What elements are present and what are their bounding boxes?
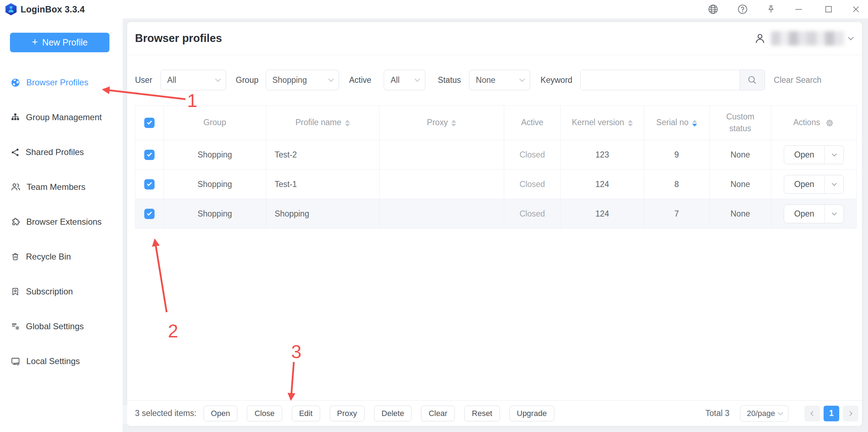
cell-group: Shopping [164,170,266,199]
cell-kernel-version: 124 [561,170,644,199]
row-checkbox[interactable] [144,209,155,219]
pin-icon[interactable] [764,4,778,15]
sidebar-item-local-settings[interactable]: Local Settings [0,348,123,374]
table-header-row: Group Profile name Proxy Active Kernel v… [135,106,857,140]
column-header-kernel-version[interactable]: Kernel version [561,106,644,140]
user-name-redacted [771,31,844,46]
open-split-button: Open [784,145,844,164]
sidebar-item-label: Local Settings [26,356,80,366]
search-icon [747,75,758,85]
column-header-group: Group [164,106,266,140]
chevron-down-icon [831,151,836,156]
keyword-input-group [580,70,765,90]
open-button[interactable]: Open [784,175,824,193]
cell-group: Shopping [164,140,266,170]
clear-search-link[interactable]: Clear Search [774,75,821,85]
sidebar-item-browser-profiles[interactable]: Browser Profiles [0,70,123,95]
sidebar-item-label: Browser Extensions [26,217,102,227]
prev-page-button[interactable] [804,406,820,421]
sort-icon [628,120,633,127]
new-profile-label: New Profile [42,37,88,48]
cell-active: Closed [504,170,561,199]
user-filter-label: User [135,75,152,85]
open-button[interactable]: Open [784,205,824,223]
language-globe-icon[interactable] [706,4,720,15]
sidebar-item-subscription[interactable]: Subscription [0,279,123,304]
cell-serial-no: 7 [644,199,710,229]
cell-proxy [379,170,504,199]
cell-profile-name: Test-1 [266,170,379,199]
bulk-open-button[interactable]: Open [204,406,238,421]
sidebar-item-label: Subscription [26,287,73,297]
cell-profile-name: Shopping [266,199,379,229]
sidebar-item-group-management[interactable]: Group Management [0,105,123,130]
column-settings-gear-icon[interactable] [825,118,834,128]
share-icon [11,148,20,157]
column-header-profile-name[interactable]: Profile name [266,106,379,140]
row-checkbox[interactable] [144,150,155,160]
table-row: Shopping Test-2 Closed 123 9 None Open [135,140,857,170]
column-header-proxy[interactable]: Proxy [379,106,504,140]
profiles-table: Group Profile name Proxy Active Kernel v… [135,105,857,229]
search-button[interactable] [740,70,765,90]
keyword-filter-label: Keyword [540,75,572,85]
chevron-down-icon [519,76,525,82]
sidebar-item-browser-extensions[interactable]: Browser Extensions [0,209,123,235]
app-logo-icon [5,3,17,15]
keyword-input[interactable] [581,70,740,90]
open-dropdown-button[interactable] [824,205,843,223]
user-menu[interactable] [754,31,853,46]
status-filter-select[interactable]: None [469,70,530,90]
column-header-active: Active [504,106,561,140]
chevron-down-icon [848,35,854,41]
bulk-upgrade-button[interactable]: Upgrade [510,406,554,421]
bulk-clear-button[interactable]: Clear [421,406,455,421]
close-icon[interactable] [849,4,863,15]
cell-kernel-version: 123 [561,140,644,170]
help-icon[interactable] [736,4,749,15]
filter-bar: User All Group Shopping Active All Statu… [127,70,862,90]
row-checkbox[interactable] [144,179,155,190]
sidebar-item-global-settings[interactable]: Global Settings [0,314,123,339]
bulk-close-button[interactable]: Close [247,406,282,421]
card-header: Browser profiles [127,22,862,55]
minimize-icon[interactable] [792,4,805,15]
chevron-down-icon [328,76,334,82]
page-1-button[interactable]: 1 [824,406,839,421]
maximize-icon[interactable] [822,4,835,15]
cell-kernel-version: 124 [561,199,644,229]
check-icon [147,181,152,186]
open-dropdown-button[interactable] [824,175,843,193]
check-icon [147,151,152,156]
sidebar: New Profile Browser Profiles Group Manag… [0,18,123,432]
bulk-delete-button[interactable]: Delete [374,406,412,421]
page-size-select[interactable]: 20/page [740,405,788,422]
sidebar-item-label: Shared Profiles [26,147,84,157]
next-page-button[interactable] [843,406,858,421]
sidebar-item-shared-profiles[interactable]: Shared Profiles [0,139,123,165]
user-filter-select[interactable]: All [161,70,226,90]
status-filter-label: Status [438,75,461,85]
open-split-button: Open [784,175,844,194]
group-filter-select[interactable]: Shopping [266,70,339,90]
sidebar-item-label: Browser Profiles [26,78,88,87]
open-dropdown-button[interactable] [824,146,843,164]
sidebar-item-recycle-bin[interactable]: Recycle Bin [0,244,123,270]
column-header-serial-no[interactable]: Serial no [644,106,710,140]
table-row: Shopping Shopping Closed 124 7 None Open [135,199,857,229]
user-icon [754,32,766,44]
chevron-down-icon [778,410,783,415]
active-filter-select[interactable]: All [384,70,425,90]
select-all-checkbox[interactable] [144,118,155,128]
bulk-proxy-button[interactable]: Proxy [330,406,365,421]
cell-serial-no: 9 [644,140,710,170]
new-profile-button[interactable]: New Profile [10,33,109,52]
bottom-action-bar: 3 selected items: Open Close Edit Proxy … [127,400,862,426]
window-titlebar: LoginBox 3.3.4 [0,0,868,18]
plus-icon [32,37,38,48]
bulk-reset-button[interactable]: Reset [464,406,500,421]
group-filter-label: Group [236,75,259,85]
bulk-edit-button[interactable]: Edit [292,406,320,421]
sidebar-item-team-members[interactable]: Team Members [0,174,123,200]
open-button[interactable]: Open [784,146,824,164]
